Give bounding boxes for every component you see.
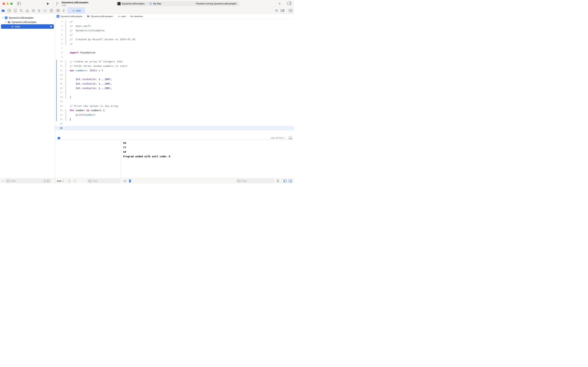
code-review-icon[interactable] <box>275 9 278 12</box>
tab-main[interactable]: main <box>68 7 85 14</box>
code-line[interactable]: 2// main.swift <box>55 24 294 28</box>
source-control-change-bar[interactable] <box>56 59 57 121</box>
code-line[interactable]: 22 print(number) <box>55 113 294 117</box>
show-variables-view-toggle[interactable] <box>283 180 287 183</box>
code-text: // Print the values in the array <box>68 105 118 108</box>
debug-area-toggle-icon[interactable] <box>289 136 292 139</box>
disclosure-chevron-icon[interactable] <box>5 21 7 23</box>
toggle-navigator-icon[interactable] <box>17 2 21 5</box>
code-line[interactable]: 7 <box>55 46 294 50</box>
breakpoints-navigator-icon[interactable] <box>44 9 47 12</box>
print-description-icon[interactable] <box>73 179 76 183</box>
line-number[interactable]: 25 <box>55 127 64 129</box>
quick-look-icon[interactable] <box>68 179 71 183</box>
divider <box>281 179 281 183</box>
source-control-navigator-icon[interactable] <box>8 9 11 12</box>
code-line[interactable]: 14 Int.random(in: 1...100), <box>55 77 294 82</box>
code-line[interactable]: 21for number in numbers { <box>55 108 294 113</box>
code-line[interactable]: 24 <box>55 122 294 126</box>
fold-ribbon-segment[interactable] <box>65 109 66 121</box>
add-file-button[interactable]: + <box>2 179 4 183</box>
disclosure-chevron-icon[interactable] <box>2 17 4 18</box>
jumpbar-project[interactable]: DynamicListExamples <box>60 15 83 17</box>
code-line[interactable]: 11// holds three random numbers to start <box>55 64 294 68</box>
code-text: // holds three random numbers to start <box>68 65 127 67</box>
run-button[interactable] <box>47 2 49 5</box>
code-line[interactable]: 6// <box>55 42 294 46</box>
line-number[interactable]: 4 <box>55 34 64 36</box>
scheme-name[interactable]: DynamicListExamples <box>122 2 145 5</box>
line-number[interactable]: 9 <box>55 56 64 58</box>
line-number[interactable]: 6 <box>55 42 64 45</box>
code-line[interactable]: 15 Int.random(in: 1...100), <box>55 82 294 86</box>
source-control-filter-icon[interactable] <box>47 180 50 182</box>
navigator-filter-field[interactable]: Filter <box>5 179 51 183</box>
debug-navigator-icon[interactable] <box>38 9 41 12</box>
code-line[interactable]: 17 <box>55 90 294 95</box>
find-navigator-icon[interactable] <box>20 9 23 12</box>
code-line[interactable]: 12var numbers: [Int] = [ <box>55 68 294 73</box>
clear-console-trash-icon[interactable] <box>277 179 279 183</box>
fold-ribbon-segment[interactable] <box>65 20 66 45</box>
sidebar-item-dynamiclistexamples[interactable]: DynamicListExamples <box>0 20 55 25</box>
console-filter-field[interactable]: Filter <box>236 179 274 183</box>
bookmarks-navigator-icon[interactable] <box>14 9 17 12</box>
code-line[interactable]: 25 <box>55 126 294 130</box>
close-window-button[interactable] <box>2 2 5 5</box>
adjust-editor-options-icon[interactable] <box>280 9 284 12</box>
code-line[interactable]: 18] <box>55 95 294 99</box>
line-number[interactable]: 2 <box>55 25 64 27</box>
source-editor[interactable]: 1//2// main.swift3// DynamicListExamples… <box>55 19 294 136</box>
jumpbar-file[interactable]: main <box>121 15 126 17</box>
code-line[interactable]: 3// DynamicListExamples <box>55 28 294 33</box>
minimize-window-button[interactable] <box>6 2 9 5</box>
line-number[interactable]: 24 <box>55 123 64 125</box>
recent-files-icon[interactable] <box>43 180 46 182</box>
code-line[interactable]: 19 <box>55 99 294 104</box>
code-line[interactable]: 4// <box>55 33 294 37</box>
code-line[interactable]: 23} <box>55 117 294 122</box>
line-number[interactable]: 5 <box>55 38 64 41</box>
console-mode-icon[interactable] <box>129 179 131 183</box>
issues-navigator-icon[interactable] <box>26 9 29 12</box>
code-line[interactable]: 20// Print the values in the array <box>55 104 294 108</box>
line-number[interactable]: 1 <box>55 20 64 23</box>
project-navigator: ADynamicListExamplesDynamicListExamplesm… <box>0 14 55 178</box>
code-line[interactable]: 9 <box>55 55 294 59</box>
show-console-view-toggle[interactable] <box>289 180 292 183</box>
tests-navigator-icon[interactable] <box>32 9 35 12</box>
code-text: print(number) <box>68 113 95 116</box>
add-editor-icon[interactable] <box>289 9 293 12</box>
related-items-icon[interactable] <box>57 9 59 12</box>
back-button[interactable] <box>63 9 65 12</box>
line-number[interactable]: 3 <box>55 29 64 32</box>
line-number[interactable]: 8 <box>55 51 64 54</box>
variables-view[interactable] <box>55 140 121 178</box>
inspector-layout-icon[interactable] <box>287 2 291 5</box>
console-output[interactable]: 567759Program ended with exit code: 0 <box>121 140 294 178</box>
code-line[interactable]: 10// Create an array of integers that <box>55 59 294 64</box>
line-number[interactable]: 7 <box>55 47 64 50</box>
code-line[interactable]: 8import Foundation <box>55 50 294 55</box>
code-line[interactable]: 5// Created by Russell Gordon on 2024-01… <box>55 37 294 42</box>
fold-ribbon-segment[interactable] <box>65 69 66 99</box>
sidebar-item-main[interactable]: mainM <box>1 24 54 29</box>
reports-navigator-icon[interactable] <box>50 9 53 12</box>
code-line[interactable]: 13 <box>55 73 294 77</box>
sidebar-item-dynamiclistexamples[interactable]: ADynamicListExamples <box>0 16 55 20</box>
variables-scope-select[interactable]: Auto <box>57 180 62 182</box>
code-line[interactable]: 1// <box>55 19 294 24</box>
project-navigator-icon[interactable] <box>1 9 5 12</box>
console-line: 56 <box>123 141 294 145</box>
fold-ribbon-segment[interactable] <box>65 60 66 68</box>
console-eye-icon[interactable] <box>123 180 126 182</box>
zoom-window-button[interactable] <box>10 2 13 5</box>
breakpoints-toggle-icon[interactable] <box>58 137 60 139</box>
code-line[interactable]: 16 Int.random(in: 1...100), <box>55 86 294 90</box>
jumpbar-selection[interactable]: No Selection <box>130 15 143 17</box>
run-destination[interactable]: My Mac <box>153 2 161 5</box>
jumpbar-group[interactable]: DynamicListExamples <box>91 15 113 17</box>
add-button[interactable]: + <box>278 1 281 6</box>
variables-filter-field[interactable]: Filter <box>87 179 120 183</box>
modified-badge: M <box>50 25 52 28</box>
